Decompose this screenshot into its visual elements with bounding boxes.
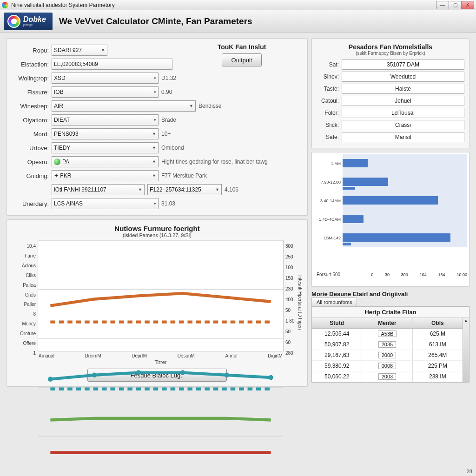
- elstaction-label: Elstaction:: [12, 61, 49, 68]
- bar-track: [343, 192, 467, 210]
- chevron-down-icon: ▼: [101, 48, 105, 53]
- line-chart-panel: Nutlows Furmure foeright (lsided Pamens …: [7, 219, 308, 387]
- bar-track: [343, 210, 467, 229]
- result-row: Catoul:Jehuel: [317, 95, 464, 107]
- result-row: Sinov:Weeduted: [317, 71, 464, 83]
- table-row: 50,907.822035613.IM: [312, 339, 463, 350]
- results-title: Pesadors Fan IVomelstialls: [317, 43, 464, 51]
- chevron-down-icon: ▾: [154, 90, 156, 94]
- unerdary-hint: 31.03: [161, 200, 175, 207]
- bar-fill: [343, 159, 368, 167]
- chart1-plot-area: [38, 240, 284, 351]
- table-scrollbar[interactable]: ▴: [463, 318, 469, 382]
- window-titlebar: Nine valluitall andestor System Parmetor…: [0, 0, 476, 10]
- table-header-cell: Obls: [413, 318, 463, 328]
- woling-label: Woling;rop:: [12, 75, 49, 82]
- fan-extra-select-1[interactable]: iOtl FANHi 99211107▼: [52, 184, 145, 195]
- bar-label: 7.90-12.00: [314, 180, 341, 185]
- table-cell: 2000: [362, 350, 412, 360]
- urtove-select[interactable]: TIEDY▼: [52, 142, 159, 153]
- results-sub: (ssklt Farmepoy Bisen by Erprick): [317, 51, 464, 56]
- brand-sub: pergit: [23, 23, 46, 27]
- chevron-down-icon: ▼: [152, 173, 156, 178]
- minimize-button[interactable]: —: [436, 1, 449, 9]
- olyatioro-select[interactable]: DIEAT▾: [52, 114, 159, 126]
- opesru-hint: Hight tines gedraing for rose, linat ber…: [161, 159, 268, 165]
- table-cell: 225.PM: [413, 361, 463, 371]
- result-label: Sinov:: [317, 73, 339, 80]
- table-cell: 238.IM: [413, 371, 463, 382]
- result-label: Catoul:: [317, 98, 339, 104]
- table-cell: A53B: [362, 329, 412, 339]
- table-row: 12,505.44A53B625.M: [312, 329, 463, 339]
- woling-select[interactable]: XSD▾: [52, 73, 159, 84]
- bar-track: [343, 154, 467, 173]
- bar-label: 1.AM: [314, 161, 341, 166]
- chart1-sub: (lsided Pamens (16.3.27, 9/Sl): [12, 232, 303, 238]
- table-row: 59,380.920008225.PM: [312, 361, 463, 371]
- bar-label: 1.4D-4CAM: [314, 217, 341, 222]
- wineslrep-label: Wineslrep:: [12, 103, 49, 110]
- opesru-label: Opesru:: [12, 159, 49, 165]
- wineslrep-select[interactable]: AIR▼: [52, 100, 196, 112]
- ropu-label: Ropu:: [12, 47, 49, 54]
- table-cell: 50,907.82: [312, 339, 362, 350]
- maximize-button[interactable]: ▢: [449, 1, 462, 9]
- elstaction-input[interactable]: LE,020083;54089: [52, 59, 172, 70]
- olyatioro-label: Olyatioro:: [12, 117, 49, 124]
- griiding-hint: F77 Mersitue Park: [161, 172, 207, 179]
- wineslrep-hint: Bendisse: [198, 103, 221, 109]
- table-cell: 59,380.92: [312, 361, 362, 371]
- result-value: LclTousal: [342, 108, 464, 118]
- app-icon: [2, 2, 8, 8]
- barchart-x-ticks: 03030010416410:00: [342, 271, 467, 277]
- griiding-label: Griiding:: [12, 172, 49, 179]
- brand-logo: Dobke pergit: [4, 13, 53, 30]
- detail-tab[interactable]: All rombunfoms: [311, 298, 357, 306]
- result-value: Haiste: [342, 84, 464, 94]
- svg-point-7: [92, 373, 97, 378]
- fissure-select[interactable]: IOB▾: [52, 86, 159, 98]
- fan-extra-select-2[interactable]: F122–257634;11325▼: [147, 184, 222, 195]
- opesru-select[interactable]: PA ▼: [52, 156, 159, 167]
- bar-row: 7.90-12.00: [314, 173, 467, 192]
- chevron-down-icon: ▼: [152, 145, 156, 150]
- table-header-cell: Stutd: [312, 318, 362, 328]
- ropu-select[interactable]: SDARI 927▼: [52, 45, 107, 56]
- chevron-down-icon: ▼: [152, 132, 156, 136]
- griiding-select[interactable]: ✦ FKR▼: [52, 170, 159, 181]
- close-button[interactable]: X: [461, 1, 474, 9]
- output-button[interactable]: Ouitpult: [222, 53, 262, 66]
- logo-ring-icon: [7, 15, 20, 28]
- results-panel: Pesadors Fan IVomelstialls (ssklt Farmep…: [311, 38, 469, 148]
- table-cell: 625.M: [413, 329, 463, 339]
- window-title: Nine valluitall andestor System Parmetor…: [11, 2, 434, 8]
- result-value: Mansil: [342, 132, 464, 142]
- page-title: We VeVvet Calculator CMinte, Fan Paramet…: [59, 16, 252, 26]
- chart1-title: Nutlows Furmure foeright: [12, 225, 303, 232]
- detail-panel: Morie Desune Etairl and Origiivali All r…: [311, 291, 469, 383]
- table-header: StutdMenterObls: [312, 318, 463, 329]
- bar-chart-panel: 1.AM7.90-12.003.40-14AM1.4D-4CAMLSM-142 …: [311, 152, 469, 287]
- mord-select[interactable]: PENS093▼: [52, 128, 159, 139]
- svg-point-11: [268, 375, 273, 380]
- result-label: Slick:: [317, 122, 339, 128]
- result-row: Sat:351077 DAM: [317, 59, 464, 71]
- chart1-y2label: Intesnti Hpertarai (D Figen: [298, 240, 303, 365]
- result-row: Safe:Mansil: [317, 131, 464, 143]
- bar-track: [343, 229, 467, 247]
- result-value: Weeduted: [342, 72, 464, 82]
- table-cell: 265.4M: [413, 350, 463, 360]
- mord-label: Mord:: [12, 131, 49, 138]
- bar-row: 1.4D-4CAM: [314, 210, 467, 229]
- chevron-down-icon: ▼: [189, 104, 193, 108]
- svg-point-6: [48, 377, 53, 382]
- result-row: Taste:Haiste: [317, 83, 464, 95]
- result-value: Crassi: [342, 120, 464, 130]
- unerdary-select[interactable]: LCS AINAS▾: [52, 198, 159, 209]
- window-controls: — ▢ X: [436, 1, 474, 9]
- table-cell: 0008: [362, 361, 412, 371]
- table-cell: 2003: [362, 371, 412, 382]
- bar-fill: [343, 196, 438, 205]
- unerdary-label: Unerdary:: [12, 200, 49, 207]
